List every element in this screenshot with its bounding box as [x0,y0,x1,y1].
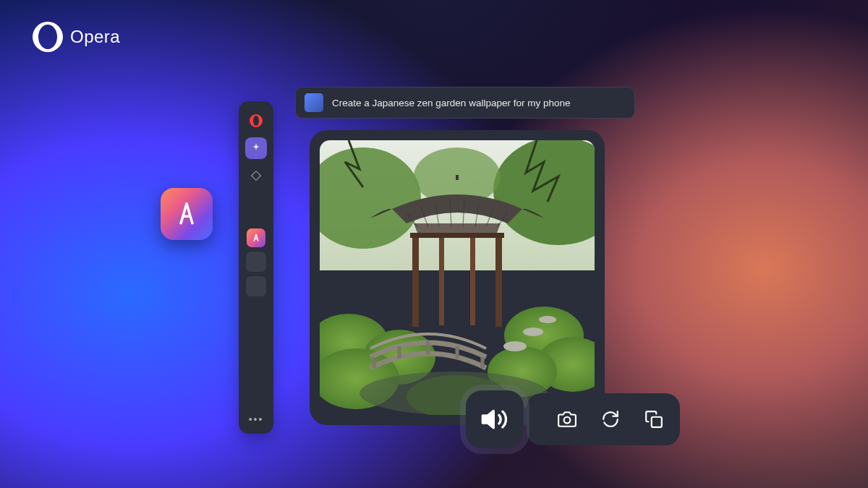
sidebar-item-ai[interactable] [245,137,267,159]
svg-rect-16 [495,233,502,327]
sidebar-item-aria[interactable] [247,228,265,247]
svg-point-12 [503,341,527,351]
svg-rect-17 [439,233,444,325]
speak-button[interactable] [466,390,524,448]
aria-icon [251,233,261,243]
prompt-text: Create a Japanese zen garden wallpaper f… [332,98,570,108]
camera-button[interactable] [556,408,579,431]
svg-rect-21 [652,417,662,427]
svg-rect-19 [410,233,504,238]
brand-name: Opera [70,27,120,47]
aria-glyph-icon [173,200,200,228]
svg-point-13 [523,328,543,336]
prompt-input-bar[interactable]: Create a Japanese zen garden wallpaper f… [295,87,635,119]
svg-rect-18 [470,233,475,325]
svg-rect-15 [412,233,419,327]
prompt-thumbnail-icon [305,93,323,112]
svg-point-20 [564,417,571,424]
sidebar-tab-1[interactable] [246,252,266,272]
opera-o-icon [33,22,63,52]
sidebar-tab-2[interactable] [246,276,266,296]
opera-icon [250,114,263,127]
sidebar-more-button[interactable]: ••• [249,414,264,425]
sidebar-item-opera[interactable] [245,110,267,132]
copy-icon [644,410,663,429]
generated-image[interactable] [320,140,595,415]
browser-sidebar: ••• [239,101,273,434]
aria-app-icon[interactable] [161,188,213,240]
generated-image-frame [310,130,605,425]
svg-point-14 [539,316,556,323]
image-actions-toolbar [527,393,680,445]
opera-logo: Opera [33,22,120,52]
diamond-icon [251,171,261,181]
refresh-icon [601,410,620,429]
copy-button[interactable] [642,408,665,431]
sidebar-item-diamond[interactable] [245,165,267,187]
speaker-icon [480,405,509,434]
camera-icon [558,410,576,429]
sparkle-icon [250,142,262,154]
refresh-button[interactable] [599,408,622,431]
